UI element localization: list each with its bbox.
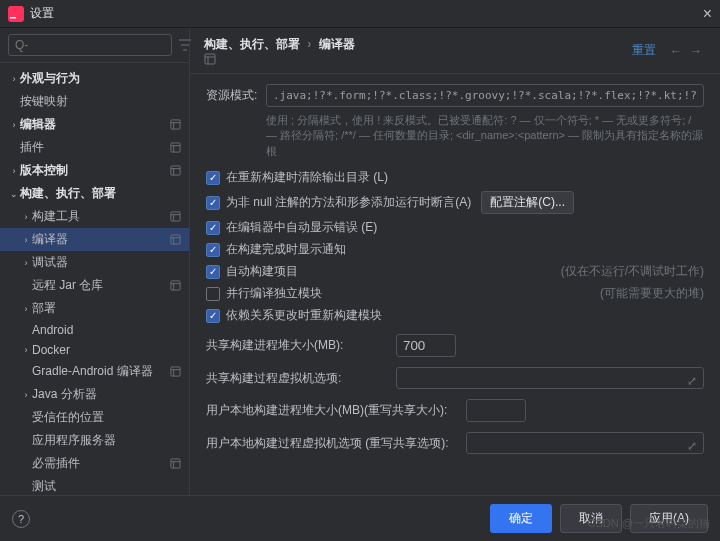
sidebar-item-label: 远程 Jar 仓库 [32,277,170,294]
checkbox[interactable]: ✓ [206,265,220,279]
titlebar: 设置 × [0,0,720,28]
checkbox-row-6: ✓依赖关系更改时重新构建模块 [206,307,704,324]
svg-rect-4 [171,166,180,175]
chevron-icon: › [8,120,20,130]
chevron-icon: ⌄ [8,189,20,199]
breadcrumb: 构建、执行、部署 › 编译器 [204,36,632,65]
sidebar-item-0[interactable]: ›外观与行为 [0,67,189,90]
sidebar-item-10[interactable]: ›部署 [0,297,189,320]
checkbox-label: 自动构建项目 [226,263,298,280]
sidebar-item-label: 测试 [32,478,181,495]
checkbox[interactable]: ✓ [206,221,220,235]
scope-icon [204,53,632,65]
sidebar-item-16[interactable]: 应用程序服务器 [0,429,189,452]
sidebar-item-1[interactable]: 按键映射 [0,90,189,113]
resource-pattern-row: 资源模式: [206,84,704,107]
expand-icon[interactable]: ⤢ [687,439,697,453]
sidebar-item-8[interactable]: ›调试器 [0,251,189,274]
sidebar-item-4[interactable]: ›版本控制 [0,159,189,182]
checkbox-label: 在构建完成时显示通知 [226,241,346,258]
vmopts-label: 共享构建过程虚拟机选项: [206,370,396,387]
sidebar-item-label: 受信任的位置 [32,409,181,426]
sidebar-item-label: 必需插件 [32,455,170,472]
sidebar-item-17[interactable]: 必需插件 [0,452,189,475]
heap-row: 共享构建进程堆大小(MB): [206,334,704,357]
dialog-footer: ? 确定 取消 应用(A) [0,495,720,541]
settings-tree: ›外观与行为按键映射›编辑器插件›版本控制⌄构建、执行、部署›构建工具›编译器›… [0,63,189,495]
svg-rect-11 [205,54,215,64]
checkbox[interactable]: ✓ [206,171,220,185]
search-input[interactable] [8,34,172,56]
sidebar-item-11[interactable]: Android [0,320,189,340]
configure-annotations-button[interactable]: 配置注解(C)... [481,191,574,214]
heap-label: 共享构建进程堆大小(MB): [206,337,396,354]
sidebar-item-label: 编译器 [32,231,170,248]
checkbox-row-2: ✓在编辑器中自动显示错误 (E) [206,219,704,236]
checkbox[interactable]: ✓ [206,309,220,323]
sidebar-item-13[interactable]: Gradle-Android 编译器 [0,360,189,383]
nav-back-icon[interactable]: ← [670,44,682,58]
userheap-row: 用户本地构建进程堆大小(MB)(重写共享大小): [206,399,704,422]
sidebar-item-label: 构建工具 [32,208,170,225]
sidebar-item-label: 应用程序服务器 [32,432,181,449]
uservm-label: 用户本地构建过程虚拟机选项 (重写共享选项): [206,435,466,452]
userheap-label: 用户本地构建进程堆大小(MB)(重写共享大小): [206,402,466,419]
sidebar-item-7[interactable]: ›编译器 [0,228,189,251]
heap-input[interactable] [396,334,456,357]
chevron-icon: › [8,166,20,176]
checkbox-label: 为非 null 注解的方法和形参添加运行时断言(A) [226,194,471,211]
reset-link[interactable]: 重置 [632,42,656,59]
sidebar-item-14[interactable]: ›Java 分析器 [0,383,189,406]
expand-icon[interactable]: ⤢ [687,374,697,388]
sidebar-item-3[interactable]: 插件 [0,136,189,159]
main-panel: 构建、执行、部署 › 编译器 重置 ← → 资源模式: 使用 ; 分隔模式，使用… [190,28,720,495]
checkbox[interactable]: ✓ [206,196,220,210]
checkbox-note: (可能需要更大的堆) [580,285,704,302]
scope-icon [170,234,181,245]
sidebar-item-label: 外观与行为 [20,70,181,87]
sidebar-item-15[interactable]: 受信任的位置 [0,406,189,429]
ok-button[interactable]: 确定 [490,504,552,533]
userheap-input[interactable] [466,399,526,422]
checkbox-row-5: 并行编译独立模块(可能需要更大的堆) [206,285,704,302]
search-bar [0,28,189,63]
sidebar-item-label: Android [32,323,181,337]
svg-rect-1 [10,17,16,19]
chevron-icon: › [20,258,32,268]
app-icon [8,6,24,22]
sidebar-item-18[interactable]: 测试 [0,475,189,495]
sidebar-item-label: Java 分析器 [32,386,181,403]
uservm-input[interactable]: ⤢ [466,432,704,454]
sidebar-item-label: 按键映射 [20,93,181,110]
sidebar-item-label: Gradle-Android 编译器 [32,363,170,380]
resource-pattern-input[interactable] [266,84,704,107]
scope-icon [170,142,181,153]
sidebar-item-label: 调试器 [32,254,181,271]
svg-rect-9 [171,459,180,468]
sidebar-item-5[interactable]: ⌄构建、执行、部署 [0,182,189,205]
apply-button[interactable]: 应用(A) [630,504,708,533]
breadcrumb-root: 构建、执行、部署 [204,37,300,51]
sidebar-item-6[interactable]: ›构建工具 [0,205,189,228]
vmopts-input[interactable]: ⤢ [396,367,704,389]
sidebar-item-2[interactable]: ›编辑器 [0,113,189,136]
checkbox[interactable]: ✓ [206,243,220,257]
close-icon[interactable]: × [703,5,712,23]
scope-icon [170,165,181,176]
uservm-row: 用户本地构建过程虚拟机选项 (重写共享选项): ⤢ [206,432,704,454]
sidebar-item-12[interactable]: ›Docker [0,340,189,360]
sidebar-item-9[interactable]: 远程 Jar 仓库 [0,274,189,297]
svg-rect-8 [171,367,180,376]
cancel-button[interactable]: 取消 [560,504,622,533]
scope-icon [170,119,181,130]
chevron-icon: › [20,345,32,355]
chevron-icon: › [20,390,32,400]
sidebar-item-label: 编辑器 [20,116,170,133]
nav-fwd-icon[interactable]: → [690,44,702,58]
help-icon[interactable]: ? [12,510,30,528]
breadcrumb-leaf: 编译器 [319,37,355,51]
checkbox[interactable] [206,287,220,301]
checkbox-row-1: ✓为非 null 注解的方法和形参添加运行时断言(A)配置注解(C)... [206,191,704,214]
checkbox-label: 依赖关系更改时重新构建模块 [226,307,382,324]
svg-rect-5 [171,212,180,221]
